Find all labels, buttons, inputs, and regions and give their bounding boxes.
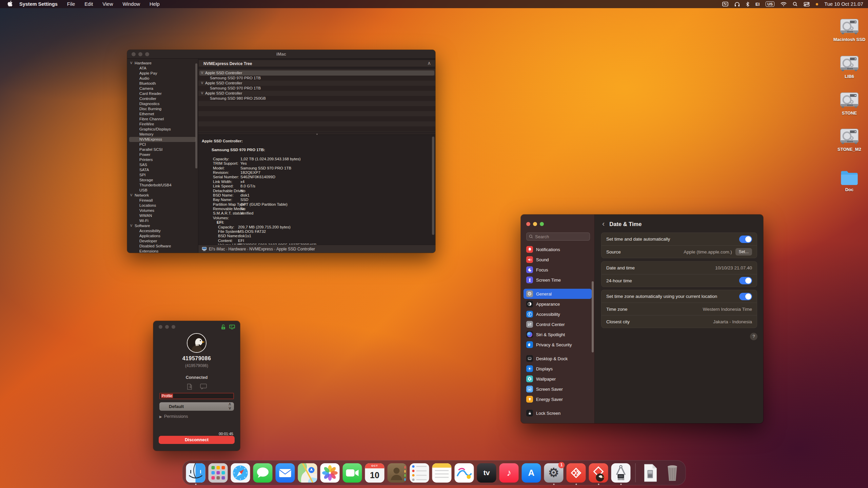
dock-contacts-icon[interactable]: [388, 463, 407, 483]
details-scrollbar[interactable]: [432, 137, 434, 235]
dock-report-file-icon[interactable]: [640, 463, 660, 483]
chevron-down-icon[interactable]: ᐯ: [201, 91, 203, 96]
auto-zone-toggle[interactable]: [739, 293, 752, 300]
sysinfo-sidebar-item-extensions[interactable]: Extensions: [127, 249, 198, 253]
settings-sidebar-item-appearance[interactable]: Appearance: [524, 299, 592, 309]
device-tree-row[interactable]: ᐯApple SSD Controller: [199, 70, 434, 76]
menu-view[interactable]: View: [102, 1, 113, 7]
chevron-down-icon[interactable]: ᐯ: [201, 70, 203, 76]
active-app-name[interactable]: System Settings: [19, 1, 58, 7]
minimize-button[interactable]: [533, 222, 537, 226]
close-button[interactable]: [159, 325, 162, 329]
minimize-button[interactable]: [165, 325, 169, 329]
sysinfo-sidebar-item-memory[interactable]: Memory: [127, 132, 198, 137]
sysinfo-sidebar-item-diagnostics[interactable]: Diagnostics: [127, 101, 198, 106]
sysinfo-sidebar-item-network[interactable]: ᐯNetwork: [127, 193, 198, 198]
sysinfo-sidebar-item-audio[interactable]: Audio: [127, 76, 198, 81]
sysinfo-sidebar-item-ata[interactable]: ATA: [127, 66, 198, 71]
sysinfo-sidebar-item-accessibility[interactable]: Accessibility: [127, 228, 198, 233]
dock-photos-icon[interactable]: [320, 463, 340, 483]
spotlight-icon[interactable]: [793, 2, 797, 6]
control-center-icon[interactable]: [804, 2, 810, 6]
input-source-label[interactable]: El: [755, 2, 760, 7]
sysinfo-sidebar-item-applications[interactable]: Applications: [127, 233, 198, 239]
sysinfo-sidebar-item-parallel-scsi[interactable]: Parallel SCSI: [127, 147, 198, 152]
chevron-down-icon[interactable]: ᐯ: [130, 223, 132, 228]
sysinfo-sidebar-item-fibre-channel[interactable]: Fibre Channel: [127, 117, 198, 122]
settings-sidebar-item-privacy-security[interactable]: Privacy & Security: [524, 340, 592, 350]
close-button[interactable]: [526, 222, 530, 226]
sysinfo-sidebar-item-graphics-displays[interactable]: Graphics/Displays: [127, 127, 198, 132]
sysinfo-sidebar-item-power[interactable]: Power: [127, 152, 198, 157]
settings-sidebar-item-wallpaper[interactable]: Wallpaper: [524, 374, 592, 384]
bluetooth-icon[interactable]: [746, 2, 749, 7]
sysinfo-sidebar-item-spi[interactable]: SPI: [127, 172, 198, 178]
settings-sidebar-item-energy-saver[interactable]: Energy Saver: [524, 394, 592, 404]
dock-launchpad-icon[interactable]: [209, 463, 228, 483]
screen-capture-icon[interactable]: [722, 2, 728, 6]
settings-sidebar-item-lock-screen[interactable]: Lock Screen: [524, 408, 592, 418]
desktop-icon-stone-m2[interactable]: STONE_M2: [833, 128, 866, 152]
sysinfo-sidebar-item-ethernet[interactable]: Ethernet: [127, 111, 198, 117]
dock-reminders-icon[interactable]: [410, 463, 429, 483]
settings-sidebar-item-screen-time[interactable]: Screen Time: [524, 275, 592, 285]
desktop-icon-macintosh-ssd[interactable]: Macintosh SSD: [833, 18, 866, 42]
zoom-button[interactable]: [172, 325, 175, 329]
menu-bar-clock[interactable]: Tue 10 Oct 21.07: [824, 1, 863, 7]
desktop-icon-stone[interactable]: STONE: [833, 92, 866, 116]
dock-calendar-icon[interactable]: OCT10: [365, 463, 384, 483]
chat-icon[interactable]: [200, 384, 207, 391]
breadcrumb[interactable]: El's iMac › Hardware › NVMExpress › Appl…: [198, 245, 435, 253]
sysinfo-sidebar-item-sas[interactable]: SAS: [127, 162, 198, 167]
dock-hardware-tool-icon[interactable]: [611, 463, 631, 483]
sysinfo-sidebar-item-developer[interactable]: Developer: [127, 239, 198, 244]
dock-anydesk-icon[interactable]: [567, 463, 586, 483]
sysinfo-sidebar-item-camera[interactable]: Camera: [127, 86, 198, 91]
device-tree-row[interactable]: Samsung SSD 980 PRO 250GB: [199, 96, 434, 101]
sysinfo-sidebar-item-card-reader[interactable]: Card Reader: [127, 91, 198, 96]
permissions-disclosure[interactable]: ▶Permissions: [159, 414, 188, 419]
sysinfo-sidebar-item-sata[interactable]: SATA: [127, 167, 198, 172]
pane-splitter[interactable]: [198, 132, 435, 135]
auto-time-toggle[interactable]: [739, 236, 752, 243]
settings-sidebar-item-sound[interactable]: Sound: [524, 255, 592, 265]
settings-sidebar-item-screen-saver[interactable]: Screen Saver: [524, 384, 592, 394]
menu-window[interactable]: Window: [122, 1, 140, 7]
settings-scrollbar[interactable]: [592, 281, 594, 352]
window-controls[interactable]: [159, 325, 175, 329]
breadcrumb-item[interactable]: NVMExpress: [249, 247, 273, 251]
headphones-icon[interactable]: [734, 2, 740, 7]
keyboard-layout-badge[interactable]: US: [766, 1, 774, 7]
zoom-button[interactable]: [540, 222, 544, 226]
breadcrumb-item[interactable]: Apple SSD Controller: [276, 247, 315, 251]
breadcrumb-item[interactable]: El's iMac: [209, 247, 225, 251]
apple-menu[interactable]: [7, 1, 13, 7]
sysinfo-sidebar-item-bluetooth[interactable]: Bluetooth: [127, 81, 198, 86]
menu-help[interactable]: Help: [150, 1, 160, 7]
file-transfer-icon[interactable]: [186, 384, 193, 391]
dock-safari-icon[interactable]: [231, 463, 250, 483]
settings-sidebar-item-accessibility[interactable]: Accessibility: [524, 309, 592, 319]
sysinfo-sidebar-item-software[interactable]: ᐯSoftware: [127, 223, 198, 228]
settings-sidebar-item-general[interactable]: ⚙General: [524, 289, 592, 299]
dock-facetime-icon[interactable]: [343, 463, 362, 483]
dock-mail-icon[interactable]: [276, 463, 295, 483]
desktop-icon-lib6[interactable]: LIB6: [833, 55, 866, 79]
dock-apple-tv-icon[interactable]: tv: [477, 463, 496, 483]
dock-messages-icon[interactable]: [253, 463, 273, 483]
sysinfo-sidebar-item-locations[interactable]: Locations: [127, 203, 198, 208]
settings-sidebar-item-displays[interactable]: Displays: [524, 364, 592, 374]
chevron-down-icon[interactable]: ᐯ: [201, 81, 203, 86]
set-source-button[interactable]: Set...: [735, 248, 752, 256]
sysinfo-sidebar-item-firewall[interactable]: Firewall: [127, 198, 198, 203]
breadcrumb-item[interactable]: Hardware: [228, 247, 246, 251]
device-tree-row[interactable]: Samsung SSD 970 PRO 1TB: [199, 76, 434, 81]
sysinfo-sidebar[interactable]: ᐯHardwareATAApple PayAudioBluetoothCamer…: [127, 59, 198, 253]
system-settings-window[interactable]: Search NotificationsSoundFocusScreen Tim…: [521, 215, 763, 423]
disconnect-button[interactable]: Disconnect: [159, 436, 235, 444]
dock-system-settings-icon[interactable]: ⚙1: [544, 463, 564, 483]
remote-session-window[interactable]: 419579086 (419579086) Connected Profile …: [153, 321, 240, 451]
dock-trash-icon[interactable]: [663, 463, 682, 483]
device-tree-row[interactable]: ᐯApple SSD Controller: [199, 81, 434, 86]
sysinfo-sidebar-item-controller[interactable]: Controller: [127, 96, 198, 101]
